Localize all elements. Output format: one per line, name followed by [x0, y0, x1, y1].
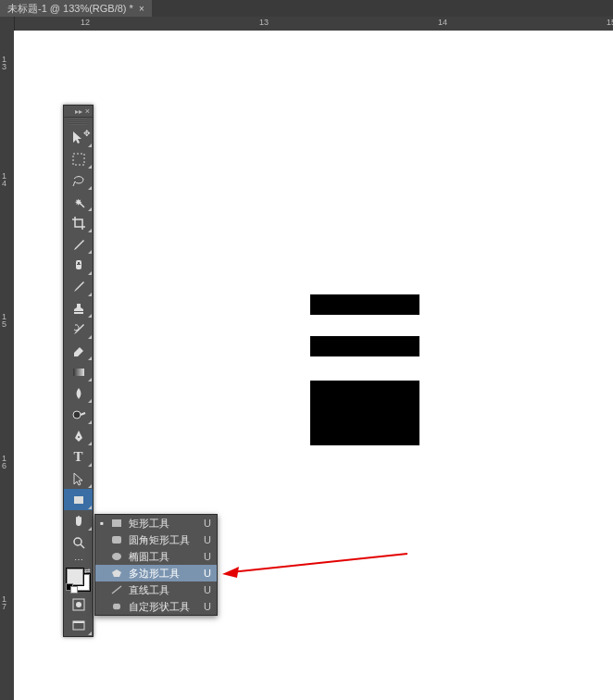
tab-bar: 未标题-1 @ 133%(RGB/8) * ×	[0, 0, 613, 17]
pen-tool[interactable]	[64, 425, 93, 446]
close-icon[interactable]: ×	[85, 106, 90, 116]
lasso-tool[interactable]	[64, 169, 93, 191]
ruler-v-label: 14	[2, 172, 11, 187]
ruler-h-label: 14	[438, 18, 447, 27]
screen-mode-toggle[interactable]	[64, 615, 93, 636]
collapse-icon[interactable]: ▸▸	[75, 107, 82, 116]
ruler-h-label: 13	[259, 18, 269, 27]
line-icon	[110, 585, 123, 594]
rounded-rect-icon	[110, 535, 123, 544]
flyout-rounded-rect-tool[interactable]: 圆角矩形工具 U	[95, 531, 217, 548]
default-colors-icon[interactable]	[66, 581, 81, 593]
shape-tool[interactable]	[64, 489, 93, 510]
flyout-line-tool[interactable]: 直线工具 U	[95, 581, 217, 598]
quick-mask-toggle[interactable]	[64, 594, 93, 615]
flyout-shortcut: U	[204, 568, 211, 579]
svg-line-19	[112, 586, 121, 594]
svg-rect-15	[112, 519, 121, 527]
flyout-label: 圆角矩形工具	[129, 533, 198, 547]
ruler-horizontal: 12 13 14 15	[14, 17, 613, 31]
ellipse-icon	[110, 552, 123, 561]
svg-rect-0	[73, 154, 84, 165]
color-swatches[interactable]: ⇄	[64, 566, 93, 594]
flyout-label: 矩形工具	[129, 517, 198, 531]
history-brush-tool[interactable]	[64, 319, 93, 340]
svg-line-1	[79, 202, 84, 207]
ruler-v-label: 13	[2, 56, 11, 70]
eraser-tool[interactable]	[64, 340, 93, 361]
hand-tool[interactable]	[64, 510, 93, 531]
canvas-rect	[310, 381, 419, 445]
stamp-tool[interactable]	[64, 297, 93, 319]
tab-title: 未标题-1 @ 133%(RGB/8) *	[7, 2, 133, 16]
flyout-label: 自定形状工具	[129, 600, 198, 614]
canvas-rect	[310, 294, 419, 315]
move-tool[interactable]: ✥	[64, 127, 93, 148]
svg-point-7	[78, 436, 80, 438]
ruler-h-label: 12	[81, 18, 90, 27]
zoom-tool[interactable]	[64, 531, 93, 553]
magic-wand-tool[interactable]	[64, 191, 93, 212]
brush-tool[interactable]	[64, 276, 93, 297]
flyout-rect-tool[interactable]: ■ 矩形工具 U	[95, 515, 217, 531]
svg-rect-4	[77, 264, 81, 265]
custom-shape-icon	[110, 602, 123, 611]
rect-icon	[110, 519, 123, 528]
path-selection-tool[interactable]	[64, 468, 93, 489]
flyout-shortcut: U	[204, 518, 211, 529]
svg-marker-18	[112, 569, 121, 577]
flyout-custom-shape-tool[interactable]: 自定形状工具 U	[95, 598, 217, 615]
panel-grip[interactable]	[69, 119, 87, 125]
flyout-shortcut: U	[204, 584, 211, 595]
marquee-tool[interactable]	[64, 148, 93, 169]
svg-rect-14	[73, 621, 84, 623]
flyout-label: 多边形工具	[129, 567, 198, 581]
flyout-ellipse-tool[interactable]: 椭圆工具 U	[95, 548, 217, 565]
svg-line-10	[81, 544, 84, 548]
crop-tool[interactable]	[64, 212, 93, 233]
ruler-v-label: 17	[2, 595, 11, 610]
gradient-tool[interactable]	[64, 361, 93, 382]
flyout-shortcut: U	[204, 551, 211, 562]
flyout-label: 椭圆工具	[129, 550, 198, 564]
svg-rect-5	[73, 369, 84, 376]
svg-point-12	[76, 602, 81, 607]
svg-rect-16	[112, 536, 121, 544]
panel-header: ▸▸ ×	[64, 106, 93, 118]
healing-brush-tool[interactable]	[64, 255, 93, 276]
ruler-vertical: 13 14 15 16 17	[0, 17, 15, 700]
shape-tool-flyout: ■ 矩形工具 U 圆角矩形工具 U 椭圆工具 U 多边形工具 U 直线工具 U …	[94, 514, 218, 616]
dodge-tool[interactable]	[64, 404, 93, 425]
document-tab[interactable]: 未标题-1 @ 133%(RGB/8) * ×	[0, 0, 152, 17]
eyedropper-tool[interactable]	[64, 233, 93, 255]
edit-toolbar[interactable]: ⋯	[64, 553, 93, 566]
ruler-h-label: 15	[607, 18, 613, 27]
type-tool[interactable]: T	[64, 446, 93, 468]
ruler-v-label: 15	[2, 313, 11, 328]
ruler-v-label: 16	[2, 455, 11, 469]
tool-panel: ▸▸ × ✥ T ⋯ ⇄	[63, 105, 94, 637]
svg-rect-3	[78, 262, 80, 264]
blur-tool[interactable]	[64, 382, 93, 404]
close-icon[interactable]: ×	[139, 4, 144, 14]
flyout-shortcut: U	[204, 534, 211, 545]
active-marker: ■	[99, 520, 105, 526]
flyout-polygon-tool[interactable]: 多边形工具 U	[95, 565, 217, 581]
flyout-label: 直线工具	[129, 583, 198, 597]
svg-point-9	[74, 538, 81, 545]
svg-point-6	[73, 411, 81, 419]
svg-point-17	[112, 553, 121, 560]
svg-rect-8	[74, 496, 83, 504]
canvas-rect	[310, 336, 419, 356]
polygon-icon	[110, 569, 123, 578]
flyout-shortcut: U	[204, 601, 211, 612]
